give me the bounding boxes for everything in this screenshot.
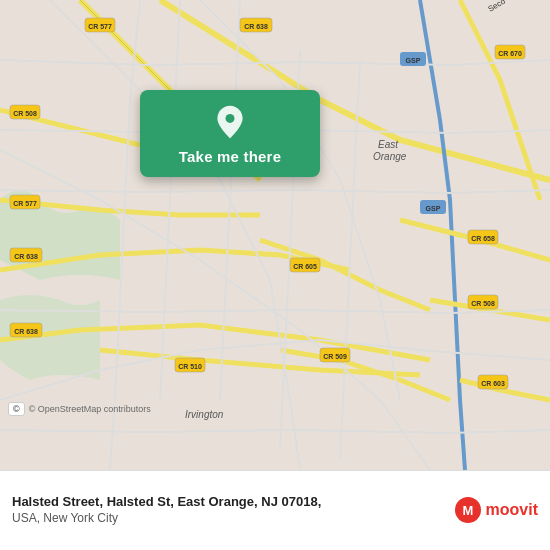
east-orange-label2: Orange xyxy=(373,151,407,162)
bottom-bar: Halsted Street, Halsted St, East Orange,… xyxy=(0,470,550,550)
svg-text:CR 638: CR 638 xyxy=(244,23,268,30)
irvington-label: Irvington xyxy=(185,409,224,420)
address-text: Halsted Street, Halsted St, East Orange,… xyxy=(12,494,444,526)
svg-text:CR 577: CR 577 xyxy=(88,23,112,30)
moovit-logo: M moovit xyxy=(454,496,538,524)
svg-text:CR 508: CR 508 xyxy=(13,110,37,117)
moovit-icon: M xyxy=(454,496,482,524)
svg-text:CR 605: CR 605 xyxy=(293,263,317,270)
moovit-text: moovit xyxy=(486,501,538,519)
address-line2: USA, New York City xyxy=(12,511,444,527)
svg-text:GSP: GSP xyxy=(406,57,421,64)
svg-text:CR 603: CR 603 xyxy=(481,380,505,387)
svg-text:CR 577: CR 577 xyxy=(13,200,37,207)
svg-text:CR 670: CR 670 xyxy=(498,50,522,57)
svg-text:GSP: GSP xyxy=(426,205,441,212)
address-line1: Halsted Street, Halsted St, East Orange,… xyxy=(12,494,444,511)
svg-text:CR 510: CR 510 xyxy=(178,363,202,370)
svg-text:CR 658: CR 658 xyxy=(471,235,495,242)
east-orange-label: East xyxy=(378,139,399,150)
svg-text:CR 508: CR 508 xyxy=(471,300,495,307)
take-me-there-button[interactable]: Take me there xyxy=(179,148,281,165)
map-view: Seco CR 577 CR 638 CR 670 CR 508 GSP CR … xyxy=(0,0,550,470)
address-section: Halsted Street, Halsted St, East Orange,… xyxy=(12,494,538,526)
svg-text:M: M xyxy=(462,503,473,518)
location-pin-icon xyxy=(212,104,248,140)
location-card: Take me there xyxy=(140,90,320,177)
svg-text:CR 638: CR 638 xyxy=(14,253,38,260)
svg-text:CR 509: CR 509 xyxy=(323,353,347,360)
osm-logo-badge: © xyxy=(8,402,25,416)
osm-contributors-text: © OpenStreetMap contributors xyxy=(29,404,151,414)
svg-point-31 xyxy=(226,114,235,123)
svg-text:CR 638: CR 638 xyxy=(14,328,38,335)
osm-attribution: © © OpenStreetMap contributors xyxy=(8,402,151,416)
